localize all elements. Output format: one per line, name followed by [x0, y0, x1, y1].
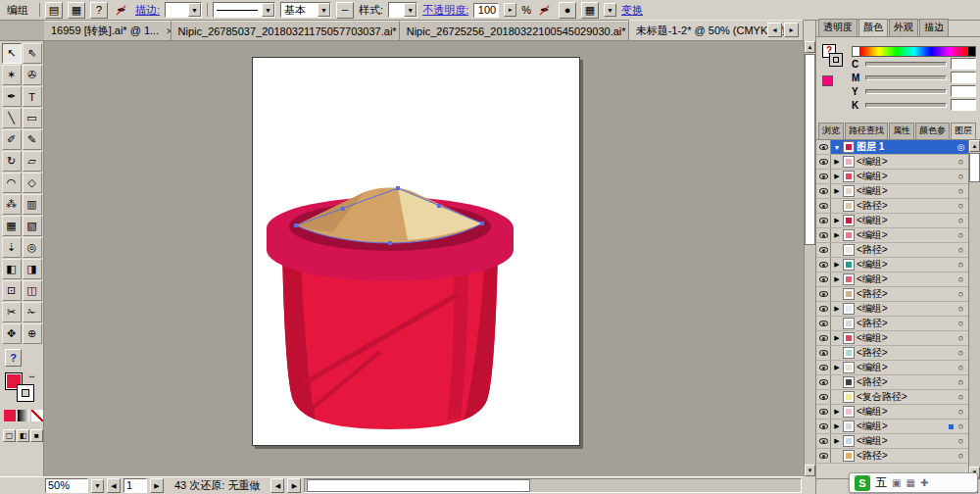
- graph-tool[interactable]: ▥: [23, 194, 42, 215]
- live-paint-bucket-tool[interactable]: ◧: [2, 259, 22, 279]
- panel-tab[interactable]: 颜色: [858, 19, 888, 36]
- expander-icon[interactable]: ▶: [833, 173, 841, 180]
- visibility-cell[interactable]: [816, 243, 831, 257]
- normal-screen-button[interactable]: ▢: [3, 429, 16, 442]
- chevron-down-icon[interactable]: ▼: [262, 3, 274, 17]
- tab-scroll-right-button[interactable]: ▸: [784, 23, 799, 37]
- bucket-artwork[interactable]: [253, 58, 581, 447]
- layer-name[interactable]: <编组>: [857, 228, 954, 242]
- next-page-button[interactable]: ▶: [150, 478, 164, 493]
- eyedropper-tool[interactable]: ⇣: [2, 237, 22, 258]
- expander-icon[interactable]: ▶: [833, 158, 841, 166]
- target-circle-icon[interactable]: ◎: [956, 142, 966, 152]
- stroke-pen-icon[interactable]: ✒: [113, 2, 130, 19]
- document-tab[interactable]: 16959 [转换].ai* @ 1... ✕: [44, 21, 172, 40]
- expander-icon[interactable]: ▶: [833, 334, 841, 342]
- channel-value-field[interactable]: [951, 72, 976, 83]
- layer-name[interactable]: <编组>: [857, 155, 954, 169]
- visibility-cell[interactable]: [816, 228, 831, 242]
- panel-tab[interactable]: 浏览: [818, 123, 844, 139]
- scissors-tool[interactable]: ✂: [2, 302, 22, 322]
- scroll-left-icon[interactable]: ◀: [270, 478, 284, 493]
- layer-row[interactable]: ▶ <编组> ○: [816, 258, 968, 272]
- target-circle-icon[interactable]: ○: [956, 392, 966, 402]
- layer-row[interactable]: ▶ <编组> ○: [816, 228, 968, 243]
- scroll-down-icon[interactable]: ▼: [805, 465, 815, 476]
- page-field[interactable]: 1: [123, 478, 147, 493]
- eye-icon[interactable]: [819, 379, 828, 385]
- zoom-level-field[interactable]: 50%: [45, 478, 88, 493]
- crop-area-tool[interactable]: ⊡: [2, 280, 22, 301]
- scroll-right-icon[interactable]: ▶: [287, 478, 301, 493]
- visibility-cell[interactable]: [816, 390, 831, 404]
- visibility-cell[interactable]: [816, 287, 831, 301]
- layer-row[interactable]: ▶ <编组> ○: [816, 361, 968, 375]
- target-circle-icon[interactable]: ○: [956, 421, 966, 431]
- rectangle-tool[interactable]: ▭: [23, 108, 42, 128]
- eye-icon[interactable]: [819, 438, 828, 444]
- target-circle-icon[interactable]: ○: [956, 407, 966, 417]
- expander-icon[interactable]: ▶: [833, 217, 841, 224]
- layer-row[interactable]: <路径> ○: [816, 243, 968, 258]
- visibility-cell[interactable]: [816, 272, 831, 286]
- canvas-horizontal-scrollbar[interactable]: [304, 478, 802, 493]
- anchor-point[interactable]: [480, 222, 484, 225]
- horizontal-scroll-thumb[interactable]: [307, 479, 530, 492]
- eye-icon[interactable]: [819, 203, 828, 209]
- pen-tool[interactable]: ✒: [2, 86, 22, 107]
- target-circle-icon[interactable]: ○: [956, 348, 966, 358]
- warp-tool[interactable]: ◠: [2, 173, 22, 193]
- blend-tool[interactable]: ◎: [23, 237, 42, 258]
- layer-name[interactable]: <路径>: [857, 199, 954, 213]
- layer-name[interactable]: <编组>: [857, 302, 954, 316]
- layer-name[interactable]: <路径>: [857, 287, 954, 301]
- tab-scroll-left-button[interactable]: ◂: [767, 23, 782, 37]
- visibility-cell[interactable]: [816, 155, 831, 169]
- visibility-cell[interactable]: [816, 375, 831, 389]
- layer-name[interactable]: <路径>: [857, 243, 954, 257]
- expander-icon[interactable]: ▶: [833, 261, 841, 269]
- sogou-logo[interactable]: S: [855, 475, 870, 491]
- target-circle-icon[interactable]: ○: [956, 186, 966, 196]
- eye-icon[interactable]: [819, 365, 828, 370]
- gradient-tool[interactable]: ▧: [23, 216, 42, 236]
- anchor-point[interactable]: [388, 241, 392, 245]
- target-circle-icon[interactable]: ○: [956, 289, 966, 299]
- layers-scrollbar[interactable]: ▲ ▼: [968, 140, 980, 478]
- transform-link[interactable]: 变换: [621, 3, 643, 18]
- white-swatch[interactable]: [853, 47, 860, 56]
- layer-name[interactable]: <编组>: [857, 434, 954, 448]
- anchor-point[interactable]: [341, 207, 345, 211]
- channel-value-field[interactable]: [951, 85, 976, 97]
- fullscreen-menu-button[interactable]: ◧: [17, 429, 29, 442]
- slider-track[interactable]: [865, 62, 947, 67]
- expander-icon[interactable]: ▶: [833, 364, 841, 371]
- target-circle-icon[interactable]: ○: [956, 333, 966, 343]
- layer-row[interactable]: <路径> ○: [816, 287, 968, 302]
- document-tab[interactable]: Nipic_26725256_20180322100545029030.ai* …: [400, 21, 629, 40]
- paintbrush-tool[interactable]: ✐: [2, 129, 22, 150]
- layer-row[interactable]: ▼ 图层 1 ◎: [816, 140, 968, 155]
- eye-icon[interactable]: [819, 276, 828, 282]
- layer-row[interactable]: ▶ <编组> ○: [816, 420, 968, 434]
- layer-name[interactable]: 图层 1: [857, 140, 954, 154]
- layer-row[interactable]: <路径> ○: [816, 317, 968, 331]
- eye-icon[interactable]: [819, 291, 828, 297]
- channel-value-field[interactable]: [951, 58, 976, 70]
- none-button[interactable]: [31, 410, 43, 421]
- symbol-sprayer-tool[interactable]: ⁂: [2, 194, 22, 215]
- visibility-cell[interactable]: [816, 302, 831, 316]
- stroke-color-swatch[interactable]: [17, 384, 34, 402]
- style-select[interactable]: ▼: [388, 2, 417, 18]
- color-spectrum-bar[interactable]: [852, 46, 976, 57]
- expander-icon[interactable]: ▶: [833, 275, 841, 283]
- layer-row[interactable]: ▶ <编组> ○: [816, 170, 968, 184]
- target-circle-icon[interactable]: ○: [956, 260, 966, 270]
- eye-icon[interactable]: [819, 306, 828, 312]
- line-tool[interactable]: ╲: [2, 108, 22, 128]
- last-color-swatch[interactable]: [822, 75, 833, 86]
- zoom-tool[interactable]: ⊕: [23, 323, 42, 344]
- layer-name[interactable]: <编组>: [857, 214, 954, 227]
- eraser-tool[interactable]: ◫: [23, 280, 42, 301]
- target-circle-icon[interactable]: ○: [956, 230, 966, 240]
